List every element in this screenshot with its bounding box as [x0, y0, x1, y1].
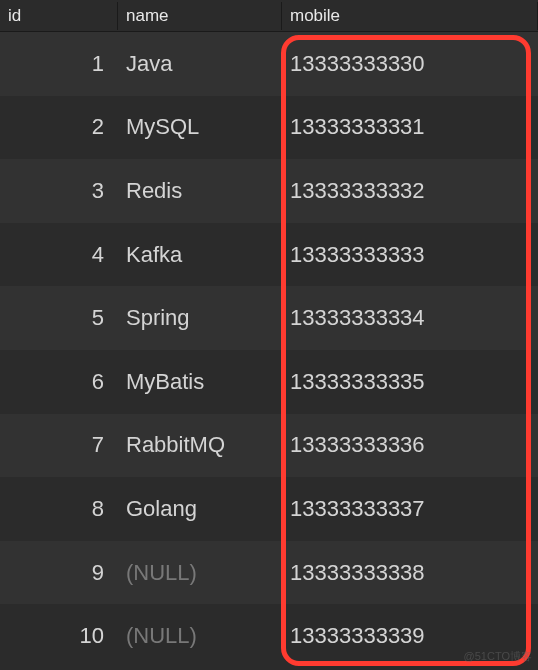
table-row[interactable]: 5Spring13333333334: [0, 286, 538, 350]
cell-id[interactable]: 9: [0, 541, 118, 605]
cell-id[interactable]: 7: [0, 414, 118, 478]
cell-name[interactable]: Kafka: [118, 223, 282, 287]
cell-mobile[interactable]: 13333333336: [282, 414, 538, 478]
cell-id[interactable]: 8: [0, 477, 118, 541]
cell-name[interactable]: Java: [118, 32, 282, 96]
cell-name[interactable]: Golang: [118, 477, 282, 541]
table-row[interactable]: 4Kafka13333333333: [0, 223, 538, 287]
table-header-row: id name mobile: [0, 0, 538, 32]
table-row[interactable]: 8Golang13333333337: [0, 477, 538, 541]
cell-mobile[interactable]: 13333333333: [282, 223, 538, 287]
cell-name[interactable]: MyBatis: [118, 350, 282, 414]
cell-id[interactable]: 5: [0, 286, 118, 350]
cell-mobile[interactable]: 13333333338: [282, 541, 538, 605]
table-body: 1Java133333333302MySQL133333333313Redis1…: [0, 32, 538, 668]
cell-id[interactable]: 4: [0, 223, 118, 287]
cell-id[interactable]: 2: [0, 96, 118, 160]
table-row[interactable]: 2MySQL13333333331: [0, 96, 538, 160]
table-row[interactable]: 1Java13333333330: [0, 32, 538, 96]
cell-id[interactable]: 10: [0, 604, 118, 668]
cell-mobile[interactable]: 13333333337: [282, 477, 538, 541]
cell-id[interactable]: 6: [0, 350, 118, 414]
cell-id[interactable]: 3: [0, 159, 118, 223]
cell-name[interactable]: Spring: [118, 286, 282, 350]
table-row[interactable]: 9(NULL)13333333338: [0, 541, 538, 605]
cell-name[interactable]: (NULL): [118, 541, 282, 605]
cell-mobile[interactable]: 13333333330: [282, 32, 538, 96]
data-table: id name mobile 1Java133333333302MySQL133…: [0, 0, 538, 668]
cell-mobile[interactable]: 13333333335: [282, 350, 538, 414]
table-row[interactable]: 10(NULL)13333333339: [0, 604, 538, 668]
cell-mobile[interactable]: 13333333331: [282, 96, 538, 160]
cell-id[interactable]: 1: [0, 32, 118, 96]
column-header-mobile[interactable]: mobile: [282, 2, 538, 30]
watermark: @51CTO博客: [464, 649, 532, 664]
table-row[interactable]: 6MyBatis13333333335: [0, 350, 538, 414]
cell-name[interactable]: RabbitMQ: [118, 414, 282, 478]
cell-name[interactable]: (NULL): [118, 604, 282, 668]
cell-name[interactable]: Redis: [118, 159, 282, 223]
table-row[interactable]: 7RabbitMQ13333333336: [0, 414, 538, 478]
cell-mobile[interactable]: 13333333334: [282, 286, 538, 350]
column-header-name[interactable]: name: [118, 2, 282, 30]
column-header-id[interactable]: id: [0, 2, 118, 30]
table-row[interactable]: 3Redis13333333332: [0, 159, 538, 223]
cell-name[interactable]: MySQL: [118, 96, 282, 160]
cell-mobile[interactable]: 13333333332: [282, 159, 538, 223]
